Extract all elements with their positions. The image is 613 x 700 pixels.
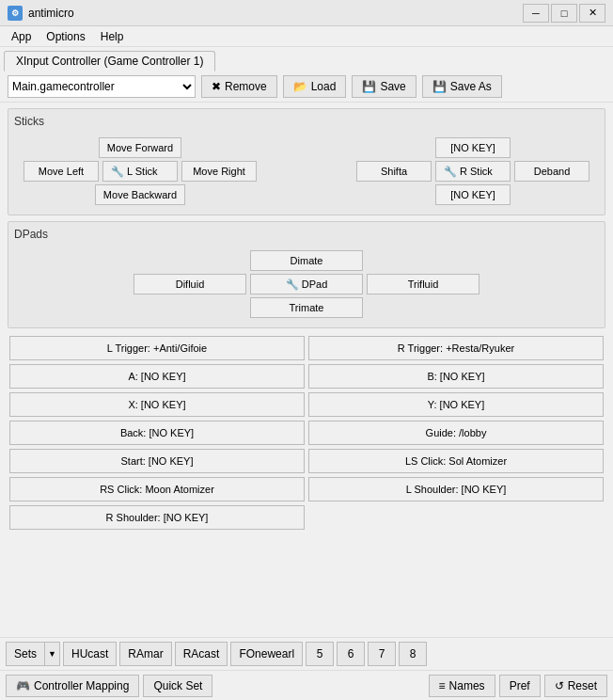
dpad-icon: 🔧 [286, 278, 299, 291]
minimize-button[interactable]: ─ [523, 4, 549, 23]
save-as-icon: 💾 [432, 80, 447, 93]
dpad-middle-row: Difluid 🔧 DPad Trifluid [134, 274, 479, 294]
dpads-title: DPads [14, 228, 599, 241]
sets-arrow-button[interactable]: ▼ [45, 642, 60, 666]
controller-icon: 🎮 [16, 679, 30, 692]
dpad-center-button[interactable]: 🔧 DPad [250, 274, 363, 294]
profile-select[interactable]: Main.gamecontroller [8, 75, 196, 98]
set-8-button[interactable]: 8 [399, 642, 427, 666]
lstick-right-button[interactable]: Move Right [181, 161, 257, 182]
save-as-button[interactable]: 💾 Save As [422, 75, 502, 98]
pref-button[interactable]: Pref [499, 675, 541, 697]
remove-button[interactable]: ✖ Remove [201, 75, 277, 98]
toolbar: Main.gamecontroller ✖ Remove 📂 Load 💾 Sa… [0, 72, 613, 103]
rs-click-button[interactable]: RS Click: Moon Atomizer [9, 477, 305, 501]
load-icon: 📂 [293, 80, 307, 93]
menu-help[interactable]: Help [93, 28, 132, 45]
names-button[interactable]: ≡ Names [429, 675, 495, 697]
set-7-button[interactable]: 7 [368, 642, 396, 666]
rstick-center-button[interactable]: 🔧 R Stick [435, 161, 511, 182]
dpad-up-button[interactable]: Dimate [250, 250, 363, 271]
lstick-left-button[interactable]: Move Left [24, 161, 99, 182]
app-icon: ⚙ [8, 6, 23, 21]
sticks-title: Sticks [14, 115, 599, 128]
b-button[interactable]: B: [NO KEY] [308, 364, 604, 389]
dpad-down-button[interactable]: Trimate [250, 297, 363, 318]
menu-bar: App Options Help [0, 26, 613, 47]
rstick-icon: 🔧 [444, 166, 457, 178]
controller-mapping-button[interactable]: 🎮 Controller Mapping [6, 675, 139, 697]
right-stick-group: [NO KEY] Shifta 🔧 R Stick Deband [NO KEY… [356, 137, 589, 205]
ls-click-button[interactable]: LS Click: Sol Atomizer [308, 449, 604, 473]
window-controls: ─ □ ✕ [523, 4, 605, 23]
lstick-up-button[interactable]: Move Forward [99, 137, 181, 158]
status-bar: 🎮 Controller Mapping Quick Set ≡ Names P… [0, 670, 613, 700]
save-button[interactable]: 💾 Save [352, 75, 416, 98]
title-bar: ⚙ antimicro ─ □ ✕ [0, 0, 613, 26]
rstick-right-button[interactable]: Deband [514, 161, 589, 182]
quick-set-button[interactable]: Quick Set [143, 675, 212, 697]
ltrigger-button[interactable]: L Trigger: +Anti/Gifoie [9, 336, 305, 360]
dpad-left-button[interactable]: Difluid [134, 274, 246, 294]
set-racast-button[interactable]: RAcast [175, 642, 228, 666]
menu-options[interactable]: Options [39, 28, 92, 45]
reset-button[interactable]: ↺ Reset [544, 675, 607, 697]
dpads-section: DPads Dimate Difluid 🔧 DPad Trifluid Tri… [8, 221, 605, 328]
save-icon: 💾 [362, 80, 376, 93]
rstick-up-button[interactable]: [NO KEY] [435, 137, 511, 158]
rstick-left-button[interactable]: Shifta [356, 161, 432, 182]
tab-controller[interactable]: XInput Controller (Game Controller 1) [4, 51, 215, 72]
dpads-area: Dimate Difluid 🔧 DPad Trifluid Trimate [14, 247, 599, 322]
sticks-area: Move Forward Move Left 🔧 L Stick Move Ri… [14, 134, 599, 209]
lstick-middle-row: Move Left 🔧 L Stick Move Right [24, 161, 257, 182]
x-button[interactable]: X: [NO KEY] [9, 392, 305, 417]
guide-button[interactable]: Guide: /lobby [308, 421, 604, 445]
lstick-icon: 🔧 [111, 166, 124, 178]
set-hucast-button[interactable]: HUcast [63, 642, 117, 666]
left-stick-group: Move Forward Move Left 🔧 L Stick Move Ri… [24, 137, 257, 205]
back-button[interactable]: Back: [NO KEY] [9, 421, 305, 445]
names-icon: ≡ [439, 679, 446, 692]
start-button[interactable]: Start: [NO KEY] [9, 449, 305, 473]
lstick-center-button[interactable]: 🔧 L Stick [102, 161, 178, 182]
dpad-right-button[interactable]: Trifluid [367, 274, 479, 294]
lstick-down-button[interactable]: Move Backward [95, 184, 185, 205]
bottom-bar: Sets ▼ HUcast RAmar RAcast FOnewearl 5 6… [0, 637, 613, 670]
tab-bar: XInput Controller (Game Controller 1) [0, 47, 613, 72]
set-fonewearl-button[interactable]: FOnewearl [230, 642, 303, 666]
rtrigger-button[interactable]: R Trigger: +Resta/Ryuker [308, 336, 604, 360]
l-shoulder-button[interactable]: L Shoulder: [NO KEY] [308, 477, 604, 501]
reset-icon: ↺ [555, 679, 564, 692]
set-ramar-button[interactable]: RAmar [119, 642, 171, 666]
rstick-middle-row: Shifta 🔧 R Stick Deband [356, 161, 589, 182]
a-button[interactable]: A: [NO KEY] [9, 364, 305, 389]
remove-icon: ✖ [212, 80, 221, 93]
window-title: antimicro [28, 7, 523, 20]
set-5-button[interactable]: 5 [306, 642, 334, 666]
y-button[interactable]: Y: [NO KEY] [308, 392, 604, 417]
rstick-down-button[interactable]: [NO KEY] [435, 184, 511, 205]
maximize-button[interactable]: □ [551, 4, 577, 23]
sets-dropdown: Sets ▼ [6, 642, 60, 666]
menu-app[interactable]: App [4, 28, 39, 45]
main-area: Sticks Move Forward Move Left 🔧 L Stick … [0, 103, 613, 639]
close-button[interactable]: ✕ [579, 4, 605, 23]
buttons-grid: L Trigger: +Anti/Gifoie R Trigger: +Rest… [8, 334, 605, 532]
sticks-section: Sticks Move Forward Move Left 🔧 L Stick … [8, 108, 605, 215]
r-shoulder-button[interactable]: R Shoulder: [NO KEY] [9, 505, 305, 530]
load-button[interactable]: 📂 Load [283, 75, 347, 98]
sets-button[interactable]: Sets [6, 642, 45, 666]
set-6-button[interactable]: 6 [337, 642, 365, 666]
